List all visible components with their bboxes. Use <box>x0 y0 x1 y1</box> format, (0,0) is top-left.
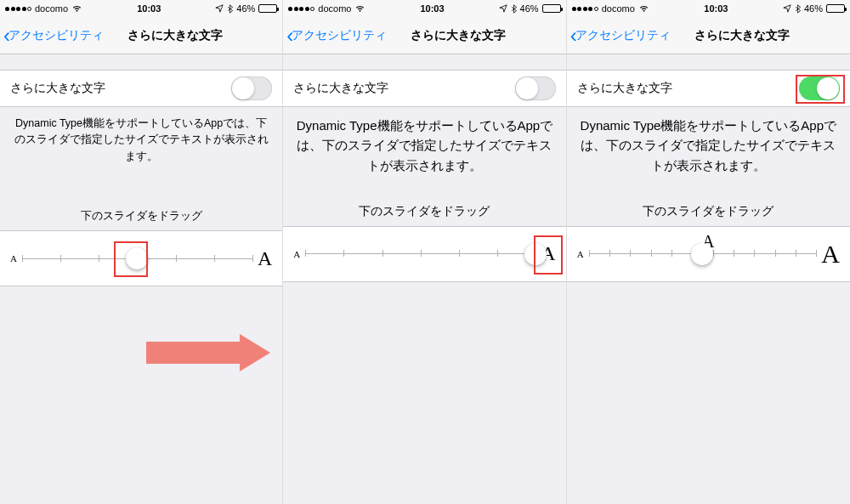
text-size-slider-row: A A A <box>567 226 850 282</box>
bluetooth-icon <box>511 4 517 14</box>
battery-percent: 46% <box>236 3 255 14</box>
larger-text-row: さらに大きな文字 <box>0 70 282 107</box>
battery-icon <box>826 4 845 13</box>
battery-icon <box>542 4 561 13</box>
wifi-icon <box>71 4 82 13</box>
screen-1: docomo 10:03 46% ‹ アクセシビリティ さらに大きな文字 さらに… <box>283 0 566 504</box>
slider-thumb[interactable] <box>691 243 713 265</box>
back-button[interactable]: ‹ アクセシビリティ <box>0 25 104 46</box>
slider-thumb[interactable] <box>126 247 148 269</box>
text-size-slider-row: A A <box>0 230 282 286</box>
larger-text-row: さらに大きな文字 <box>283 70 565 107</box>
slider-min-label: A <box>10 253 17 263</box>
slider-min-label: A <box>293 249 300 259</box>
larger-text-label: さらに大きな文字 <box>577 81 672 96</box>
signal-strength-icon <box>288 7 314 11</box>
larger-text-row: さらに大きな文字 <box>567 70 850 107</box>
bluetooth-icon <box>795 4 801 14</box>
larger-text-label: さらに大きな文字 <box>293 81 388 96</box>
carrier-label: docomo <box>602 3 635 14</box>
bluetooth-icon <box>227 4 233 14</box>
larger-text-toggle[interactable] <box>231 76 272 100</box>
location-icon <box>215 4 224 13</box>
back-label: アクセシビリティ <box>292 28 387 43</box>
dynamic-type-description: Dynamic Type機能をサポートしているAppでは、下のスライダで指定した… <box>283 107 565 175</box>
status-time: 10:03 <box>704 3 728 14</box>
arrow-right-annotation <box>146 336 274 370</box>
back-label: アクセシビリティ <box>575 28 671 43</box>
status-bar: docomo 10:03 46% <box>0 0 282 17</box>
slider-max-label: A <box>258 247 272 270</box>
status-bar: docomo 10:03 46% <box>283 0 565 17</box>
dynamic-type-description: Dynamic Type機能をサポートしているAppでは、下のスライダで指定した… <box>567 107 850 175</box>
signal-strength-icon <box>5 7 31 11</box>
slider-min-label: A <box>577 249 584 259</box>
dynamic-type-description: Dynamic Type機能をサポートしているAppでは、下のスライダで指定した… <box>0 107 282 165</box>
signal-strength-icon <box>572 7 598 11</box>
slider-thumb[interactable] <box>524 243 547 265</box>
wifi-icon <box>354 4 366 13</box>
battery-percent: 46% <box>520 3 539 14</box>
slider-instruction: 下のスライダをドラッグ <box>567 204 850 219</box>
larger-text-toggle[interactable] <box>799 76 840 100</box>
slider-track[interactable] <box>305 253 536 254</box>
battery-icon <box>258 4 277 13</box>
status-bar: docomo 10:03 46% <box>567 0 850 17</box>
status-time: 10:03 <box>137 3 161 14</box>
status-time: 10:03 <box>420 3 444 14</box>
slider-max-label: A <box>821 240 840 269</box>
screen-2: docomo 10:03 46% ‹ アクセシビリティ さらに大きな文字 さらに… <box>567 0 850 504</box>
slider-instruction: 下のスライダをドラッグ <box>0 209 282 224</box>
larger-text-label: さらに大きな文字 <box>10 81 105 96</box>
nav-bar: ‹ アクセシビリティ さらに大きな文字 <box>283 17 565 54</box>
nav-bar: ‹ アクセシビリティ さらに大きな文字 <box>0 17 282 54</box>
slider-instruction: 下のスライダをドラッグ <box>283 204 565 219</box>
text-size-slider-row: A A <box>283 226 565 282</box>
screen-0: docomo 10:03 46% ‹ アクセシビリティ さらに大きな文字 さらに… <box>0 0 283 504</box>
wifi-icon <box>638 4 649 13</box>
back-button[interactable]: ‹ アクセシビリティ <box>283 25 387 46</box>
carrier-label: docomo <box>318 3 351 14</box>
location-icon <box>499 4 507 13</box>
larger-text-toggle[interactable] <box>515 76 556 100</box>
carrier-label: docomo <box>35 3 68 14</box>
back-label: アクセシビリティ <box>8 28 104 43</box>
battery-percent: 46% <box>804 3 823 14</box>
nav-bar: ‹ アクセシビリティ さらに大きな文字 <box>567 17 850 54</box>
location-icon <box>783 4 791 13</box>
back-button[interactable]: ‹ アクセシビリティ <box>567 25 671 46</box>
